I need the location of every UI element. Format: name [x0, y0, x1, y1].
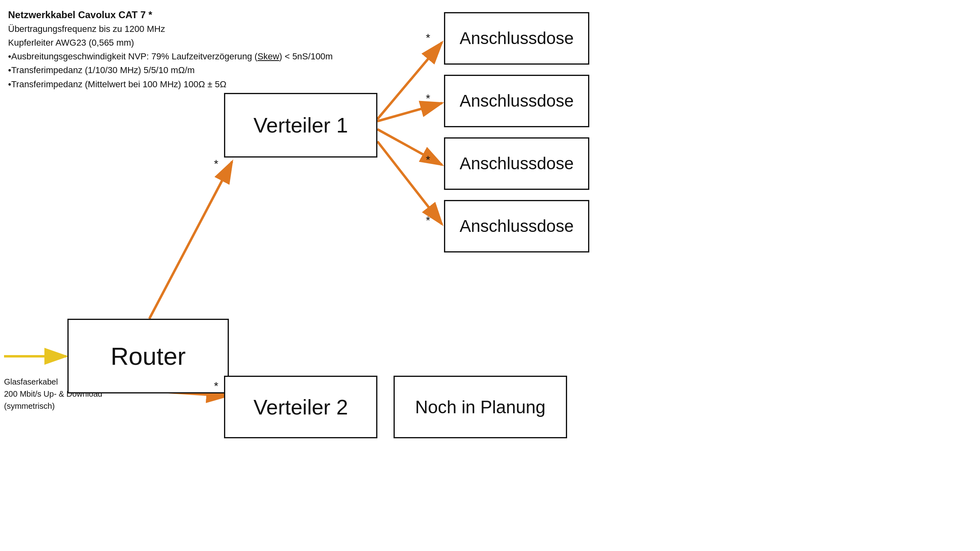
verteiler1-label: Verteiler 1 — [253, 113, 348, 137]
glasfaser-line3: (symmetrisch) — [4, 400, 102, 412]
info-block: Netzwerkkabel Cavolux CAT 7 * Übertragun… — [8, 7, 333, 91]
anschlussdose2-box: Anschlussdose — [444, 75, 589, 127]
asterisk-router-v2: * — [214, 380, 218, 393]
v1-to-a3-arrow — [377, 129, 442, 165]
info-line4: •Transferimpedanz (1/10/30 MHz) 5/5/10 m… — [8, 63, 333, 77]
noch-in-planung-box: Noch in Planung — [394, 376, 567, 438]
info-line2: Kupferleiter AWG23 (0,565 mm) — [8, 36, 333, 50]
v1-to-a2-arrow — [377, 103, 442, 121]
router-box: Router — [67, 319, 229, 393]
asterisk-v1-a4: * — [426, 214, 430, 227]
anschlussdose2-label: Anschlussdose — [460, 91, 574, 111]
verteiler1-box: Verteiler 1 — [224, 93, 377, 158]
asterisk-v1-a1: * — [426, 32, 430, 44]
verteiler2-label: Verteiler 2 — [253, 395, 348, 419]
anschlussdose3-box: Anschlussdose — [444, 137, 589, 190]
verteiler2-box: Verteiler 2 — [224, 376, 377, 438]
info-title: Netzwerkkabel Cavolux CAT 7 * — [8, 7, 333, 22]
router-to-v1-arrow — [149, 162, 232, 319]
anschlussdose4-box: Anschlussdose — [444, 200, 589, 252]
info-line1: Übertragungsfrequenz bis zu 1200 MHz — [8, 22, 333, 36]
v1-to-a1-arrow — [377, 42, 442, 119]
asterisk-v1-a3: * — [426, 154, 430, 166]
v1-to-a4-arrow — [377, 141, 442, 224]
anschlussdose1-box: Anschlussdose — [444, 12, 589, 65]
info-line5: •Transferimpedanz (Mittelwert bei 100 MH… — [8, 78, 333, 91]
asterisk-router-v1: * — [214, 158, 218, 170]
anschlussdose3-label: Anschlussdose — [460, 154, 574, 173]
anschlussdose4-label: Anschlussdose — [460, 217, 574, 236]
noch-in-planung-label: Noch in Planung — [415, 397, 546, 417]
router-label: Router — [111, 342, 186, 370]
anschlussdose1-label: Anschlussdose — [460, 29, 574, 48]
asterisk-v1-a2: * — [426, 92, 430, 105]
info-line3: •Ausbreitungsgeschwindigkeit NVP: 79% La… — [8, 50, 333, 63]
